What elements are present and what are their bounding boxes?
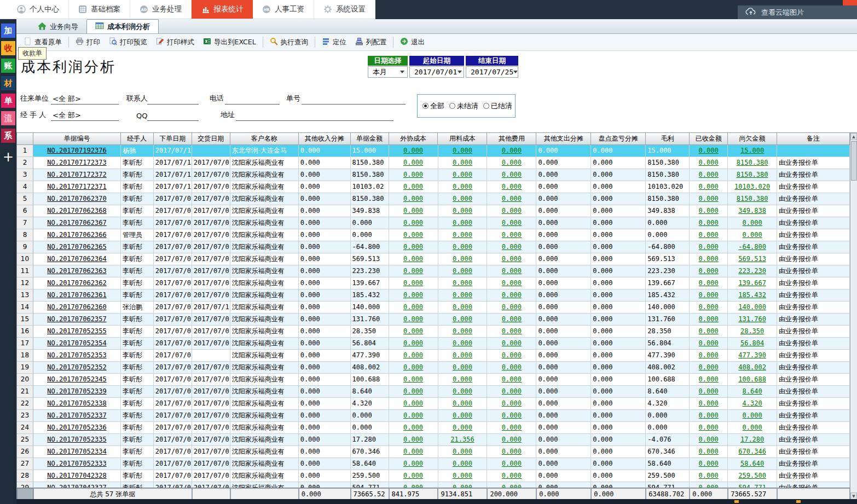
table-row[interactable]: 13NO.201707062361李昕彤2017/07/02017/07/0沈阳… bbox=[17, 289, 850, 302]
cell-no[interactable]: NO.201707062367 bbox=[33, 217, 121, 229]
cell-other_fee[interactable]: 0.000 bbox=[487, 217, 536, 229]
cell-other_fee[interactable]: 0.000 bbox=[487, 386, 536, 398]
col-header-no[interactable]: 单据编号 bbox=[33, 133, 121, 145]
cell-material[interactable]: 0.000 bbox=[438, 193, 488, 205]
cell-no[interactable]: NO.201707052338 bbox=[33, 398, 121, 410]
cell-outsource[interactable]: 0.000 bbox=[389, 338, 438, 350]
cell-other_fee[interactable]: 0.000 bbox=[487, 193, 536, 205]
table-row[interactable]: 3NO.201707172372李昕彤2017/07/12017/07/0沈阳家… bbox=[17, 169, 850, 181]
cell-unpaid[interactable]: 8150.380 bbox=[728, 169, 777, 181]
cell-material[interactable]: 0.000 bbox=[438, 277, 488, 289]
cell-unpaid[interactable]: 670.346 bbox=[728, 446, 777, 458]
cell-outsource[interactable]: 0.000 bbox=[389, 302, 438, 314]
table-row[interactable]: 14NO.201707062360张治鹏2017/07/02017/07/1沈阳… bbox=[17, 302, 850, 314]
cell-no[interactable]: NO.201707052333 bbox=[33, 458, 121, 470]
cell-no[interactable]: NO.201707052345 bbox=[33, 374, 121, 386]
cell-unpaid[interactable]: 17.280 bbox=[728, 434, 777, 446]
cell-other_fee[interactable]: 0.000 bbox=[487, 314, 536, 326]
cell-received[interactable]: 0.000 bbox=[690, 241, 728, 253]
cell-other_fee[interactable]: 0.000 bbox=[487, 470, 536, 482]
cell-received[interactable]: 0.000 bbox=[690, 386, 728, 398]
cell-received[interactable]: 0.000 bbox=[690, 181, 728, 193]
cell-outsource[interactable]: 0.000 bbox=[389, 446, 438, 458]
cell-no[interactable]: NO.201707052353 bbox=[33, 350, 121, 362]
col-header-received[interactable]: 已收金额 bbox=[690, 133, 728, 145]
nav-item-user[interactable]: 个人中心 bbox=[8, 0, 69, 19]
cell-unpaid[interactable]: 131.760 bbox=[728, 314, 777, 326]
cell-other_fee[interactable]: 0.000 bbox=[487, 289, 536, 302]
col-header-inventory[interactable]: 盘点盈亏分摊 bbox=[591, 133, 646, 145]
cell-no[interactable]: NO.201707042327 bbox=[33, 482, 121, 488]
toolbar-style-button[interactable]: 打印样式 bbox=[152, 36, 198, 49]
cell-other_fee[interactable]: 0.000 bbox=[487, 458, 536, 470]
tab-sheet[interactable]: 成本利润分析 bbox=[86, 19, 159, 33]
table-row[interactable]: 2NO.201707172373李昕彤2017/07/12017/07/0沈阳家… bbox=[17, 157, 850, 169]
cell-no[interactable]: NO.201707052339 bbox=[33, 386, 121, 398]
cell-received[interactable]: 0.000 bbox=[690, 350, 728, 362]
cell-material[interactable]: 0.000 bbox=[438, 229, 488, 241]
table-row[interactable]: 20NO.201707052345李昕彤2017/07/02017/07/0沈阳… bbox=[17, 374, 850, 386]
cell-material[interactable]: 0.000 bbox=[438, 374, 488, 386]
cell-received[interactable]: 0.000 bbox=[690, 289, 728, 302]
col-header-customer[interactable]: 客户名称 bbox=[230, 133, 299, 145]
cell-other_fee[interactable]: 0.000 bbox=[487, 253, 536, 265]
table-row[interactable]: 26NO.201707052334李昕彤2017/07/02017/07/0沈阳… bbox=[17, 446, 850, 458]
cell-no[interactable]: NO.201707172373 bbox=[33, 157, 121, 169]
cell-unpaid[interactable]: 408.002 bbox=[728, 362, 777, 374]
cell-no[interactable]: NO.201707192376 bbox=[33, 145, 121, 157]
cell-unpaid[interactable]: 58.640 bbox=[728, 458, 777, 470]
cell-no[interactable]: NO.201707062364 bbox=[33, 253, 121, 265]
cell-received[interactable]: 0.000 bbox=[690, 434, 728, 446]
cell-other_fee[interactable]: 0.000 bbox=[487, 434, 536, 446]
cell-outsource[interactable]: 0.000 bbox=[389, 241, 438, 253]
cell-received[interactable]: 0.000 bbox=[690, 193, 728, 205]
col-header-material[interactable]: 用料成本 bbox=[438, 133, 487, 145]
nav-item-hr[interactable]: HR人事工资 bbox=[253, 0, 314, 19]
table-row[interactable]: 7NO.201707062367李昕彤2017/07/02017/07/0沈阳家… bbox=[17, 217, 850, 229]
cell-material[interactable]: 21.356 bbox=[438, 434, 488, 446]
toolbar-exit-button[interactable]: 退出 bbox=[396, 36, 428, 49]
table-row[interactable]: 4NO.201707172371李昕彤2017/07/12017/07/0沈阳家… bbox=[17, 181, 850, 193]
end-date-dropdown[interactable]: 2017/07/25 bbox=[466, 66, 518, 78]
cell-outsource[interactable]: 0.000 bbox=[389, 169, 438, 181]
cell-unpaid[interactable]: 56.804 bbox=[728, 338, 777, 350]
cell-other_fee[interactable]: 0.000 bbox=[487, 338, 536, 350]
cell-other_fee[interactable]: 0.000 bbox=[487, 374, 536, 386]
cell-received[interactable]: 0.000 bbox=[690, 205, 728, 217]
vertical-scrollbar[interactable]: ▲ ▼ bbox=[850, 133, 857, 500]
cell-other_fee[interactable]: 0.000 bbox=[487, 241, 536, 253]
toolbar-preview-button[interactable]: 打印预览 bbox=[105, 36, 151, 49]
qq-field[interactable] bbox=[147, 111, 199, 121]
radio-option[interactable]: 未结清 bbox=[449, 101, 478, 111]
cell-material[interactable]: 0.000 bbox=[438, 446, 488, 458]
cell-outsource[interactable]: 0.000 bbox=[389, 326, 438, 338]
cell-received[interactable]: 0.000 bbox=[690, 302, 728, 314]
cell-unpaid[interactable]: -64.800 bbox=[728, 241, 777, 253]
cell-other_fee[interactable]: 0.000 bbox=[487, 326, 536, 338]
cell-other_fee[interactable]: 0.000 bbox=[487, 362, 536, 374]
table-row[interactable]: 18NO.201707052353李昕彤2017/07/0沈阳家乐福商业有0.0… bbox=[17, 350, 850, 362]
cell-received[interactable]: 0.000 bbox=[690, 326, 728, 338]
cell-other_fee[interactable]: 0.000 bbox=[487, 277, 536, 289]
cell-no[interactable]: NO.201707052352 bbox=[33, 362, 121, 374]
cell-material[interactable]: 0.000 bbox=[438, 205, 488, 217]
nav-item-gear[interactable]: 系统设置 bbox=[314, 0, 375, 19]
table-row[interactable]: 17NO.201707052354李昕彤2017/07/02017/07/0沈阳… bbox=[17, 338, 850, 350]
cell-received[interactable]: 0.000 bbox=[690, 362, 728, 374]
cell-unpaid[interactable]: 223.230 bbox=[728, 265, 777, 277]
cell-material[interactable]: 0.000 bbox=[438, 470, 488, 482]
cell-unpaid[interactable]: 594.771 bbox=[728, 482, 777, 488]
cell-other_fee[interactable]: 0.000 bbox=[487, 446, 536, 458]
cell-material[interactable]: 0.000 bbox=[438, 362, 488, 374]
cell-outsource[interactable]: 0.000 bbox=[389, 277, 438, 289]
table-row[interactable]: 23NO.201707052337李昕彤2017/07/02017/07/0沈阳… bbox=[17, 410, 850, 422]
cell-other_fee[interactable]: 0.000 bbox=[487, 157, 536, 169]
table-row[interactable]: 22NO.201707052338李昕彤2017/07/02017/07/0沈阳… bbox=[17, 398, 850, 410]
cell-no[interactable]: NO.201707062357 bbox=[33, 314, 121, 326]
cell-other_fee[interactable]: 0.000 bbox=[487, 410, 536, 422]
col-header-other_expense[interactable]: 其他支出分摊 bbox=[536, 133, 591, 145]
cell-unpaid[interactable]: 0.000 bbox=[728, 229, 777, 241]
cell-no[interactable]: NO.201707172372 bbox=[33, 169, 121, 181]
cell-unpaid[interactable]: 0.000 bbox=[728, 410, 777, 422]
cell-outsource[interactable]: 0.000 bbox=[389, 181, 438, 193]
